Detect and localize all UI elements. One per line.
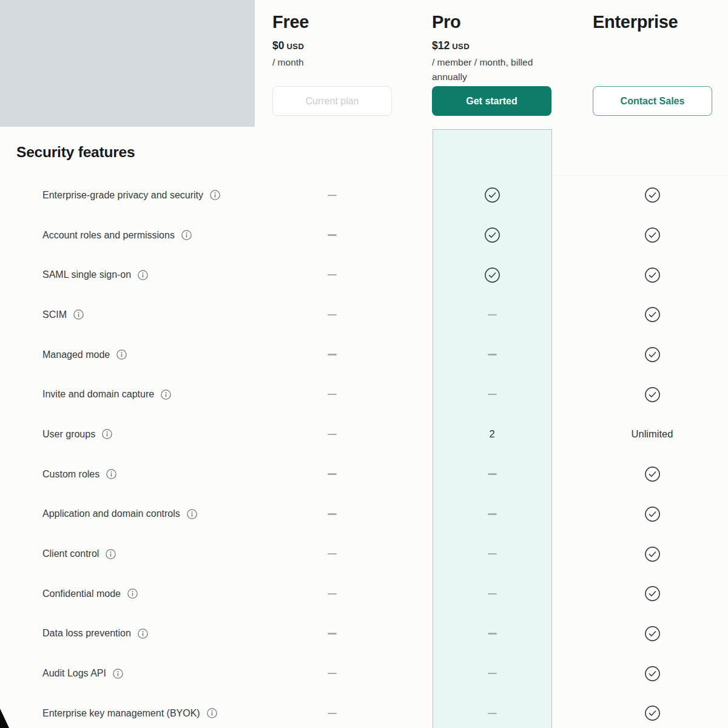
info-icon[interactable] <box>210 190 220 200</box>
check-icon <box>484 267 500 283</box>
feature-cell-pro <box>412 633 572 634</box>
info-icon[interactable] <box>181 230 192 240</box>
info-icon[interactable] <box>127 588 138 599</box>
info-icon[interactable] <box>106 549 116 559</box>
info-icon[interactable] <box>161 389 171 400</box>
feature-label: SAML single sign-on <box>0 269 252 280</box>
dash-icon <box>328 473 337 474</box>
feature-cell-enterprise: Unlimited <box>572 428 728 440</box>
info-icon[interactable] <box>113 669 123 679</box>
feature-label: Custom roles <box>0 469 252 480</box>
feature-row: Invite and domain capture <box>0 374 728 414</box>
dash-icon <box>328 513 337 514</box>
feature-cell-pro: 2 <box>412 428 572 440</box>
check-icon <box>644 666 661 682</box>
dash-icon <box>488 553 497 554</box>
dash-icon <box>328 553 337 554</box>
info-icon[interactable] <box>73 309 84 320</box>
info-icon[interactable] <box>138 270 148 280</box>
check-icon <box>644 625 661 642</box>
feature-cell-pro <box>412 354 572 355</box>
plan-name-pro: Pro <box>432 10 592 34</box>
price-period: / member / month, billed annually <box>432 55 547 84</box>
feature-row: Application and domain controls <box>0 494 728 534</box>
info-icon[interactable] <box>207 708 217 718</box>
feature-row: Account roles and permissions <box>0 215 728 255</box>
mouse-cursor <box>0 707 11 728</box>
dash-icon <box>488 633 497 634</box>
feature-cell-free <box>252 234 412 235</box>
plan-header-pro: Pro $12 USD / member / month, billed ann… <box>432 0 592 84</box>
check-icon <box>484 187 500 203</box>
feature-label: Invite and domain capture <box>0 389 252 400</box>
feature-row: Enterprise key management (BYOK) <box>0 693 728 728</box>
feature-label-text: Confidential mode <box>42 588 121 599</box>
feature-cell-free <box>252 195 412 196</box>
feature-cell-free <box>252 713 412 714</box>
feature-label-text: Managed mode <box>42 349 110 360</box>
feature-row: SAML single sign-on <box>0 255 728 295</box>
feature-cell-enterprise <box>572 546 728 562</box>
feature-cell-pro <box>412 713 572 714</box>
feature-cell-free <box>252 553 412 554</box>
get-started-button[interactable]: Get started <box>432 86 551 116</box>
dash-icon <box>328 394 337 395</box>
price-amount: $12 <box>432 39 450 52</box>
plan-header-enterprise: Enterprise Contact Sales <box>593 0 728 34</box>
info-icon[interactable] <box>116 349 127 360</box>
feature-label: Data loss prevention <box>0 628 252 639</box>
dash-icon <box>328 234 337 235</box>
current-plan-button[interactable]: Current plan <box>272 86 392 116</box>
dash-icon <box>328 633 337 634</box>
feature-cell-free <box>252 513 412 514</box>
feature-label-text: Data loss prevention <box>42 628 131 639</box>
security-features-table: Enterprise-grade privacy and securityAcc… <box>0 175 728 728</box>
feature-row: Data loss prevention <box>0 614 728 654</box>
feature-label: SCIM <box>0 309 252 320</box>
info-icon[interactable] <box>187 509 197 519</box>
feature-cell-enterprise <box>572 466 728 482</box>
dash-icon <box>488 513 497 514</box>
hero-image-placeholder <box>0 0 255 127</box>
check-icon <box>644 306 661 323</box>
feature-label-text: Enterprise key management (BYOK) <box>42 708 200 719</box>
dash-icon <box>488 473 497 474</box>
feature-cell-enterprise <box>572 346 728 363</box>
feature-cell-pro <box>412 593 572 595</box>
feature-cell-free <box>252 673 412 674</box>
dash-icon <box>328 713 337 714</box>
feature-label-text: Invite and domain capture <box>42 389 154 400</box>
info-icon[interactable] <box>106 469 116 479</box>
feature-cell-enterprise <box>572 187 728 203</box>
info-icon[interactable] <box>138 629 148 639</box>
check-icon <box>644 346 661 363</box>
contact-sales-button[interactable]: Contact Sales <box>593 86 712 116</box>
dash-icon <box>328 354 337 355</box>
feature-row: Enterprise-grade privacy and security <box>0 175 728 215</box>
feature-label-text: User groups <box>42 429 95 440</box>
dash-icon <box>328 195 337 196</box>
feature-label-text: SAML single sign-on <box>42 269 131 280</box>
feature-cell-pro <box>412 314 572 315</box>
feature-row: Custom roles <box>0 454 728 494</box>
check-icon <box>484 227 500 243</box>
feature-cell-enterprise <box>572 625 728 642</box>
dash-icon <box>488 314 497 315</box>
dash-icon <box>488 673 497 674</box>
check-icon <box>644 386 661 403</box>
dash-icon <box>488 394 497 395</box>
info-icon[interactable] <box>102 429 112 439</box>
feature-label-text: Audit Logs API <box>42 668 106 679</box>
feature-cell-free <box>252 274 412 275</box>
feature-cell-pro <box>412 553 572 554</box>
feature-label-text: Custom roles <box>42 469 99 480</box>
check-icon <box>644 546 661 562</box>
feature-row: Audit Logs API <box>0 653 728 693</box>
feature-label-text: Account roles and permissions <box>42 230 175 241</box>
check-icon <box>644 187 661 203</box>
feature-cell-enterprise <box>572 666 728 682</box>
feature-label: Enterprise key management (BYOK) <box>0 708 252 719</box>
dash-icon <box>328 434 337 435</box>
plan-name-enterprise: Enterprise <box>593 10 728 34</box>
dash-icon <box>488 713 497 714</box>
